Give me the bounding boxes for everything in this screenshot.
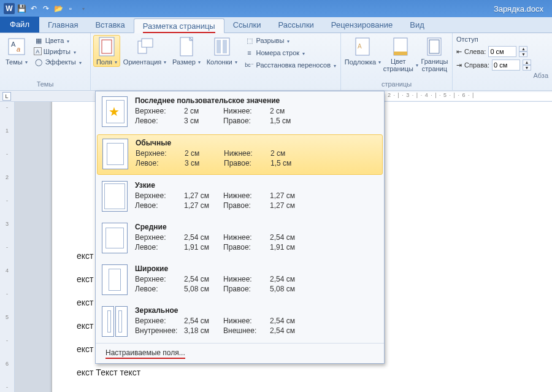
- undo-icon[interactable]: ↶: [28, 3, 39, 14]
- margin-thumb-icon: [102, 264, 128, 295]
- effects-icon: ◯: [34, 57, 44, 67]
- margin-left-value: 1,91 см: [184, 243, 223, 252]
- tab-home[interactable]: Главная: [39, 18, 86, 33]
- indent-right-row: ⇥ Справа: ▲▼: [456, 60, 548, 71]
- save-icon[interactable]: 💾: [16, 3, 27, 14]
- vertical-ruler[interactable]: -1-2-3-4-5-6-7: [0, 102, 15, 392]
- margin-left-value: 5,08 см: [184, 285, 223, 293]
- star-icon: ★: [109, 104, 120, 119]
- tab-references[interactable]: Ссылки: [224, 18, 270, 33]
- svg-rect-14: [394, 52, 407, 55]
- margin-right-label: Правое:: [223, 285, 270, 293]
- group-label-paragraph: Абза: [456, 72, 548, 82]
- app-icon: W: [4, 3, 15, 14]
- tab-review[interactable]: Рецензирование: [323, 18, 401, 33]
- svg-rect-6: [142, 39, 153, 47]
- margin-top-label: Верхнее:: [135, 191, 184, 200]
- margin-thumb-icon: [102, 181, 128, 212]
- margin-preset-item[interactable]: ЗеркальноеВерхнее:2,54 смНижнее:2,54 смВ…: [96, 301, 384, 343]
- indent-right-icon: ⇥: [456, 61, 462, 69]
- themes-icon: Aa: [7, 37, 26, 56]
- indent-left-spinner[interactable]: ▲▼: [519, 46, 527, 57]
- margin-left-label: Внутреннее:: [135, 326, 184, 335]
- margin-preset-item[interactable]: ШирокиеВерхнее:2,54 смНижнее:2,54 смЛево…: [96, 259, 384, 301]
- theme-colors-button[interactable]: ▦Цвета: [32, 35, 83, 46]
- indent-title: Отступ: [456, 36, 548, 43]
- redo-icon[interactable]: ↷: [40, 3, 52, 14]
- margin-preset-item[interactable]: УзкиеВерхнее:1,27 смНижнее:1,27 смЛевое:…: [96, 176, 384, 218]
- group-label-background: страницы: [343, 80, 450, 90]
- ruler-ticks: · 2 · | · 3 · | · 4 · | · 5 · | · 6 · |: [383, 92, 552, 101]
- quick-access-toolbar: W 💾 ↶ ↷ 📂 ▫: [4, 3, 88, 14]
- margin-preset-title: Узкие: [135, 181, 378, 190]
- svg-text:A: A: [358, 43, 362, 50]
- margin-left-value: 1,27 см: [184, 201, 223, 210]
- indent-right-input[interactable]: [492, 60, 520, 71]
- margin-left-label: Левое:: [135, 201, 184, 210]
- columns-icon: [212, 37, 232, 56]
- size-icon: [177, 37, 196, 56]
- margin-left-label: Левое:: [135, 243, 184, 252]
- breaks-icon: ⬚: [245, 36, 255, 45]
- colors-icon: ▦: [34, 36, 44, 45]
- indent-right-spinner[interactable]: ▲▼: [523, 60, 531, 71]
- qat-customize-icon[interactable]: [77, 3, 88, 14]
- theme-fonts-button[interactable]: AШрифты: [32, 47, 83, 56]
- margins-button[interactable]: Поля: [93, 35, 120, 67]
- fonts-icon: A: [34, 47, 42, 55]
- margin-preset-item[interactable]: СредниеВерхнее:2,54 смНижнее:2,54 смЛево…: [96, 218, 384, 259]
- svg-rect-10: [223, 40, 227, 53]
- breaks-button[interactable]: ⬚Разрывы: [243, 35, 338, 46]
- watermark-button[interactable]: A Подложка: [343, 35, 382, 67]
- new-doc-icon[interactable]: ▫: [65, 3, 76, 14]
- margin-top-value: 1,27 см: [184, 191, 223, 200]
- tab-insert[interactable]: Вставка: [86, 18, 133, 33]
- indent-left-icon: ⇤: [456, 48, 462, 56]
- margins-dropdown: ★Последнее пользовательское значениеВерх…: [95, 91, 385, 364]
- page-borders-icon: [424, 37, 444, 56]
- margin-bottom-value: 2 см: [270, 107, 307, 115]
- margin-preset-item[interactable]: ОбычныеВерхнее:2 смНижнее:2 смЛевое:3 см…: [97, 134, 383, 175]
- margins-icon: [97, 37, 117, 56]
- margin-right-label: Правое:: [224, 159, 270, 167]
- margin-left-value: 3,18 см: [184, 326, 223, 335]
- size-button[interactable]: Размер: [169, 35, 204, 67]
- orientation-button[interactable]: Ориентация: [120, 35, 169, 67]
- margin-left-value: 3 см: [185, 159, 224, 167]
- indent-left-input[interactable]: [488, 46, 516, 57]
- margin-right-value: 1,27 см: [270, 201, 307, 210]
- margin-preset-item[interactable]: ★Последнее пользовательское значениеВерх…: [96, 91, 384, 133]
- margin-right-label: Правое:: [223, 201, 270, 210]
- indent-right-label: Справа:: [464, 61, 489, 69]
- margin-bottom-label: Нижнее:: [223, 233, 270, 242]
- margin-bottom-label: Нижнее:: [223, 275, 270, 283]
- margin-bottom-label: Нижнее:: [223, 317, 270, 325]
- margin-bottom-value: 2,54 см: [270, 275, 307, 283]
- tab-mailings[interactable]: Рассылки: [270, 18, 323, 33]
- line-numbers-button[interactable]: ≡Номера строк: [243, 47, 338, 58]
- theme-effects-button[interactable]: ◯Эффекты: [32, 56, 83, 67]
- themes-button[interactable]: Aa Темы: [2, 35, 31, 67]
- ruler-corner[interactable]: L: [2, 92, 11, 101]
- margin-bottom-value: 2 см: [270, 149, 307, 158]
- margin-right-value: 5,08 см: [270, 285, 307, 293]
- tab-view[interactable]: Вид: [401, 18, 433, 33]
- ribbon: Aa Темы ▦Цвета AШрифты ◯Эффекты Темы Пол…: [0, 33, 552, 91]
- tab-page-layout[interactable]: Разметка страницы: [134, 18, 224, 33]
- margin-left-label: Левое:: [135, 117, 184, 125]
- columns-button[interactable]: Колонки: [204, 35, 240, 67]
- custom-margins-button[interactable]: Настраиваемые поля...: [96, 343, 384, 363]
- margin-right-value: 1,5 см: [270, 159, 307, 167]
- body-line[interactable]: екст Текст текст: [77, 367, 529, 377]
- page-borders-button[interactable]: Границы страниц: [420, 35, 450, 73]
- page-color-button[interactable]: Цвет страницы: [382, 35, 420, 73]
- hyphenation-button[interactable]: bc⁻Расстановка переносов: [243, 60, 338, 71]
- tab-file[interactable]: Файл: [0, 17, 39, 33]
- svg-text:A: A: [11, 40, 16, 48]
- margin-right-label: Внешнее:: [223, 326, 270, 335]
- margin-top-value: 2 см: [184, 107, 223, 115]
- open-folder-icon[interactable]: 📂: [53, 3, 64, 14]
- margin-bottom-value: 2,54 см: [270, 233, 307, 242]
- watermark-icon: A: [353, 37, 372, 56]
- margin-bottom-label: Нижнее:: [224, 149, 270, 158]
